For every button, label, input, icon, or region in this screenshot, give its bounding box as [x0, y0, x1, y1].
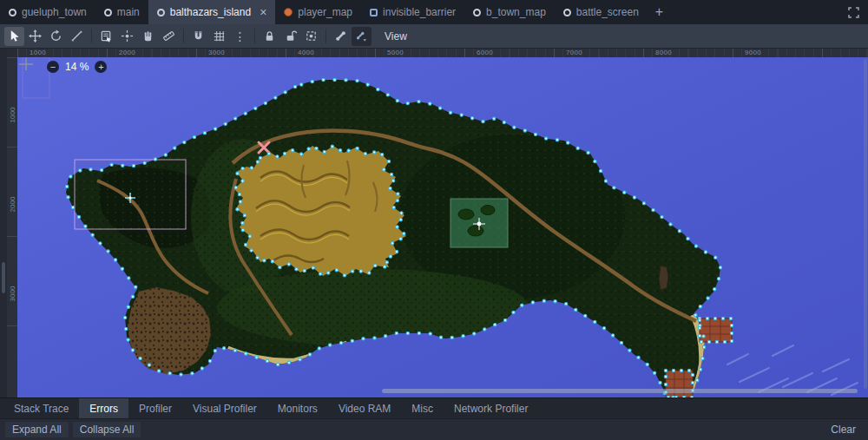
- splitter-grip[interactable]: [2, 262, 5, 293]
- scene-tab-label: balthazars_island: [170, 6, 251, 18]
- smart-snap-button[interactable]: [188, 27, 208, 46]
- canvas-toolbar: ⋮ View: [0, 24, 868, 49]
- scene-tab-balthazars-island[interactable]: balthazars_island ×: [148, 0, 276, 24]
- toolbar-separator: [326, 29, 326, 43]
- group-object-button[interactable]: [301, 27, 321, 46]
- tab-monitors[interactable]: Monitors: [267, 398, 328, 418]
- move-icon: [29, 30, 42, 43]
- left-dock-splitter[interactable]: [0, 49, 7, 397]
- ruler-vertical: 1000 2000 3000: [7, 57, 17, 397]
- skeleton-options-button[interactable]: [352, 27, 372, 46]
- ruler-label: 5000: [387, 49, 404, 56]
- ruler-icon: [162, 30, 175, 43]
- ruler-label: 1000: [9, 103, 16, 128]
- ruler-label: 9000: [745, 49, 761, 56]
- scene-node-icon: [157, 9, 165, 16]
- add-scene-tab-button[interactable]: +: [648, 0, 671, 24]
- unlock-icon: [284, 30, 297, 43]
- scene-tab-gueluph-town[interactable]: gueluph_town: [0, 0, 95, 24]
- zoom-out-button[interactable]: −: [47, 61, 59, 73]
- errors-action-bar: Expand All Collapse All Clear: [0, 418, 868, 440]
- skeleton-button[interactable]: [331, 27, 351, 46]
- close-tab-icon[interactable]: ×: [260, 6, 266, 18]
- ruler-label: 8000: [655, 49, 672, 56]
- view-menu-button[interactable]: View: [378, 28, 414, 45]
- horizontal-scrollbar[interactable]: [382, 389, 858, 393]
- ruler-horizontal: 1000 2000 3000 4000 5000 6000 7000 8000 …: [17, 49, 868, 57]
- collapse-all-button[interactable]: Collapse All: [72, 421, 142, 438]
- tab-stack-trace[interactable]: Stack Trace: [3, 398, 79, 418]
- zoom-in-button[interactable]: +: [95, 61, 107, 73]
- ruler-label: 1000: [30, 49, 46, 56]
- snap-options-button[interactable]: ⋮: [230, 27, 250, 46]
- pan-tool-button[interactable]: [138, 27, 158, 46]
- scene-tab-label: b_town_map: [486, 6, 546, 18]
- move-tool-button[interactable]: [25, 27, 45, 46]
- ruler-label: 3000: [9, 282, 16, 306]
- scale-tool-button[interactable]: [67, 27, 87, 46]
- ruler-label: 2000: [119, 49, 135, 56]
- tab-visual-profiler[interactable]: Visual Profiler: [182, 398, 267, 418]
- vertical-ellipsis-icon: ⋮: [234, 30, 247, 43]
- zoom-widget: − 14 % +: [47, 61, 107, 73]
- select-arrow-icon: [8, 30, 21, 43]
- scene-node-icon: [473, 9, 481, 16]
- scale-icon: [70, 30, 83, 43]
- scene-node-icon: [104, 9, 112, 16]
- ruler-label: 2000: [9, 193, 16, 217]
- ruler-label: 6000: [477, 49, 493, 56]
- barrier-node-icon: [370, 9, 378, 16]
- grid-snap-button[interactable]: [209, 27, 229, 46]
- ruler-tool-button[interactable]: [159, 27, 179, 46]
- water-waves: [727, 345, 858, 395]
- toolbar-separator: [183, 29, 184, 43]
- tile-selection-box[interactable]: [450, 199, 508, 247]
- scene-tab-battle-screen[interactable]: battle_screen: [555, 0, 648, 24]
- ruler-corner: [7, 49, 17, 57]
- scene-tab-b-town-map[interactable]: b_town_map: [464, 0, 555, 24]
- scene-tab-invisible-barrier[interactable]: invisible_barrier: [361, 0, 464, 24]
- list-select-icon: [100, 30, 113, 43]
- tab-video-ram[interactable]: Video RAM: [328, 398, 401, 418]
- tab-network-profiler[interactable]: Network Profiler: [444, 398, 538, 418]
- lock-object-button[interactable]: [260, 27, 279, 46]
- scene-tab-label: gueluph_town: [22, 6, 87, 18]
- scene-node-icon: [9, 9, 16, 16]
- zoom-level-value[interactable]: 14 %: [65, 61, 89, 73]
- scene-tab-player-map[interactable]: player_map: [275, 0, 361, 24]
- grid-icon: [213, 30, 226, 43]
- magnet-icon: [192, 30, 205, 43]
- scene-render: [17, 57, 868, 397]
- list-select-tool-button[interactable]: [96, 27, 116, 46]
- debugger-tab-bar: Stack Trace Errors Profiler Visual Profi…: [0, 397, 868, 418]
- ruler-label: 7000: [566, 49, 582, 56]
- rotate-tool-button[interactable]: [46, 27, 66, 46]
- ship-sprite: [659, 266, 668, 290]
- toolbar-separator: [91, 29, 92, 43]
- mountain-region: [234, 146, 406, 276]
- ruler-label: 3000: [208, 49, 225, 56]
- clear-button[interactable]: Clear: [823, 421, 864, 438]
- pivot-tool-button[interactable]: [117, 27, 137, 46]
- bone-options-icon: [355, 30, 368, 43]
- ruler-label: 4000: [298, 49, 314, 56]
- select-tool-button[interactable]: [4, 27, 24, 46]
- scene-tab-label: battle_screen: [576, 6, 639, 18]
- scene-tab-label: player_map: [298, 6, 352, 18]
- expand-all-button[interactable]: Expand All: [4, 421, 69, 438]
- tab-profiler[interactable]: Profiler: [128, 398, 182, 418]
- scene-tab-main[interactable]: main: [95, 0, 148, 24]
- lock-icon: [263, 30, 276, 43]
- unlock-object-button[interactable]: [280, 27, 300, 46]
- expand-window-icon[interactable]: [848, 7, 859, 18]
- vertical-scrollbar[interactable]: [864, 59, 867, 389]
- pan-hand-icon: [141, 30, 155, 43]
- toolbar-separator: [254, 29, 255, 43]
- rotate-icon: [49, 30, 62, 43]
- pivot-icon: [121, 30, 134, 43]
- tab-errors[interactable]: Errors: [79, 398, 128, 418]
- scene-tab-bar: gueluph_town main balthazars_island × pl…: [0, 0, 868, 24]
- scene-node-icon: [563, 9, 571, 16]
- 2d-viewport[interactable]: − 14 % +: [17, 57, 868, 397]
- tab-misc[interactable]: Misc: [401, 398, 444, 418]
